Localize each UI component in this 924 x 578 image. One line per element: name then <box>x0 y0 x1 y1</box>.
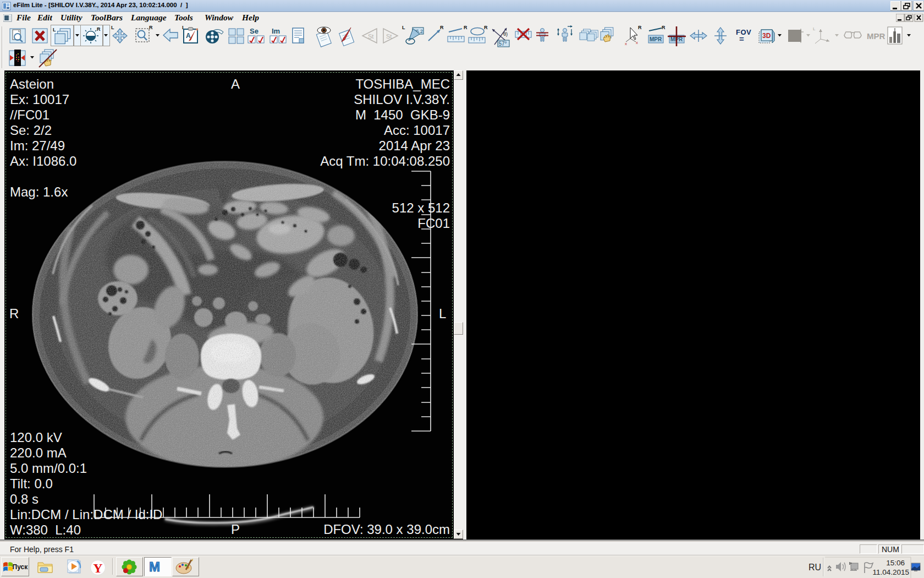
svg-text:R: R <box>149 25 153 30</box>
svg-text:A: A <box>186 32 191 40</box>
svg-text:L: L <box>813 26 816 31</box>
svg-text:MPR: MPR <box>650 36 662 42</box>
svg-text:Se: Se <box>250 27 258 35</box>
svg-text:RU: RU <box>809 563 821 572</box>
svg-text:Im: Im <box>272 27 280 35</box>
svg-text:Y: Y <box>93 561 102 575</box>
svg-text:3D: 3D <box>762 32 771 40</box>
svg-text:M: M <box>149 559 160 574</box>
svg-text:R: R <box>484 25 488 30</box>
svg-text:R: R <box>638 25 642 30</box>
svg-text:R: R <box>464 25 468 30</box>
svg-text:St: St <box>386 33 392 40</box>
svg-text:St: St <box>368 33 373 40</box>
svg-text:R: R <box>97 26 101 32</box>
svg-text:R: R <box>440 25 444 30</box>
svg-text:Пуск: Пуск <box>13 563 29 571</box>
svg-text:=: = <box>739 34 744 43</box>
svg-text:L: L <box>53 27 56 32</box>
svg-text:11.04.2015: 11.04.2015 <box>872 568 909 576</box>
svg-text:L: L <box>111 25 114 30</box>
svg-text:θ): θ) <box>503 31 508 37</box>
svg-text:x: x <box>636 40 638 45</box>
svg-text:15:06: 15:06 <box>886 559 905 567</box>
svg-text:R: R <box>662 25 666 30</box>
svg-text:L: L <box>402 25 405 30</box>
svg-text:57°: 57° <box>499 41 507 47</box>
svg-text:MPR: MPR <box>867 31 886 41</box>
svg-text:x: x <box>625 41 627 46</box>
